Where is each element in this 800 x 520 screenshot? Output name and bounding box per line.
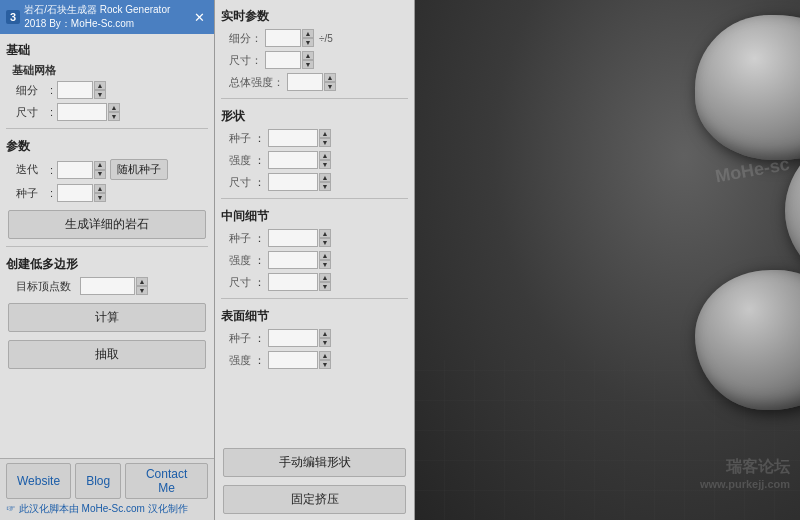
mid-str-label: 强度 [229, 253, 251, 268]
surf-seed-input[interactable]: 0.0 [268, 329, 318, 347]
mid-size-label: 尺寸 [229, 275, 251, 290]
surf-str-label: 强度 [229, 353, 251, 368]
mid-str-spinner: ▲ ▼ [319, 251, 331, 269]
shape-seed-down[interactable]: ▼ [319, 138, 331, 147]
shape-str-spinner: ▲ ▼ [319, 151, 331, 169]
subdivide-down[interactable]: ▼ [94, 90, 106, 99]
rt-size-input[interactable]: 0.0 [265, 51, 301, 69]
target-verts-row: 目标顶点数 200 ▲ ▼ [16, 277, 208, 295]
shape-seed-input[interactable]: 0.0 [268, 129, 318, 147]
shape-str-label: 强度 [229, 153, 251, 168]
iter-down[interactable]: ▼ [94, 170, 106, 179]
rt-total-strength-up[interactable]: ▲ [324, 73, 336, 82]
shape-str-down[interactable]: ▼ [319, 160, 331, 169]
shape-seed-colon: ： [254, 131, 265, 146]
section-base-title: 基础 [6, 42, 208, 59]
divider-rt3 [221, 298, 408, 299]
rt-size-row: 尺寸： 0.0 ▲ ▼ [229, 51, 408, 69]
rt-size-up[interactable]: ▲ [302, 51, 314, 60]
surf-str-input[interactable]: 50.0 [268, 351, 318, 369]
realtime-section-title: 实时参数 [221, 8, 408, 25]
shape-size-spinner: ▲ ▼ [319, 173, 331, 191]
surf-seed-up[interactable]: ▲ [319, 329, 331, 338]
mid-seed-down[interactable]: ▼ [319, 238, 331, 247]
iter-spinner: ▲ ▼ [94, 161, 106, 179]
iter-colon: : [50, 164, 53, 176]
mid-seed-row: 种子 ： 0.0 ▲ ▼ [229, 229, 408, 247]
mid-size-input[interactable]: 20.0 [268, 273, 318, 291]
mid-str-input[interactable]: 17.0 [268, 251, 318, 269]
size-input[interactable]: 50.0 [57, 103, 107, 121]
blog-button[interactable]: Blog [75, 463, 121, 499]
seed-up[interactable]: ▲ [94, 184, 106, 193]
surf-str-input-group: 50.0 ▲ ▼ [268, 351, 331, 369]
divider-rt2 [221, 198, 408, 199]
contact-button[interactable]: Contact Me [125, 463, 208, 499]
panel-title: 岩石/石块生成器 Rock Generator 2018 By：MoHe-Sc.… [24, 3, 191, 31]
rt-subdiv-spinner: ▲ ▼ [302, 29, 314, 47]
surf-str-spinner: ▲ ▼ [319, 351, 331, 369]
shape-size-input-group: 20.0 ▲ ▼ [268, 173, 331, 191]
mid-seed-up[interactable]: ▲ [319, 229, 331, 238]
size-spinner: ▲ ▼ [108, 103, 120, 121]
shape-str-colon: ： [254, 153, 265, 168]
extract-button[interactable]: 抽取 [8, 340, 206, 369]
rt-total-strength-input[interactable]: -7.0 [287, 73, 323, 91]
subdivide-label: 细分 [16, 83, 46, 98]
fix-compress-button[interactable]: 固定挤压 [223, 485, 406, 514]
left-panel: 3 岩石/石块生成器 Rock Generator 2018 By：MoHe-S… [0, 0, 215, 520]
website-button[interactable]: Website [6, 463, 71, 499]
shape-str-input[interactable]: 50.0 [268, 151, 318, 169]
size-down[interactable]: ▼ [108, 112, 120, 121]
rt-total-strength-down[interactable]: ▼ [324, 82, 336, 91]
iter-input[interactable]: 4 [57, 161, 93, 179]
mid-str-down[interactable]: ▼ [319, 260, 331, 269]
section-lowpoly-title: 创建低多边形 [6, 256, 208, 273]
mid-size-down[interactable]: ▼ [319, 282, 331, 291]
section-params-title: 参数 [6, 138, 208, 155]
shape-seed-input-group: 0.0 ▲ ▼ [268, 129, 331, 147]
surf-seed-down[interactable]: ▼ [319, 338, 331, 347]
rt-size-down[interactable]: ▼ [302, 60, 314, 69]
surf-str-up[interactable]: ▲ [319, 351, 331, 360]
rt-subdiv-input[interactable]: 4 [265, 29, 301, 47]
mid-size-up[interactable]: ▲ [319, 273, 331, 282]
footer-prefix: ☞ [6, 503, 19, 514]
calc-button[interactable]: 计算 [8, 303, 206, 332]
panel-content: 基础 基础网格 细分 : 10 ▲ ▼ 尺寸 : 50.0 ▲ ▼ [0, 34, 214, 458]
rt-subdiv-up[interactable]: ▲ [302, 29, 314, 38]
shape-size-input[interactable]: 20.0 [268, 173, 318, 191]
iter-up[interactable]: ▲ [94, 161, 106, 170]
target-verts-down[interactable]: ▼ [136, 286, 148, 295]
surf-seed-row: 种子 ： 0.0 ▲ ▼ [229, 329, 408, 347]
shape-size-down[interactable]: ▼ [319, 182, 331, 191]
shape-size-up[interactable]: ▲ [319, 173, 331, 182]
subdivide-row: 细分 : 10 ▲ ▼ [16, 81, 208, 99]
target-verts-spinner: ▲ ▼ [136, 277, 148, 295]
shape-seed-up[interactable]: ▲ [319, 129, 331, 138]
generate-button[interactable]: 生成详细的岩石 [8, 210, 206, 239]
mid-seed-input-group: 0.0 ▲ ▼ [268, 229, 331, 247]
size-up[interactable]: ▲ [108, 103, 120, 112]
random-seed-button[interactable]: 随机种子 [110, 159, 168, 180]
shape-str-up[interactable]: ▲ [319, 151, 331, 160]
seed-row: 种子 : 5 ▲ ▼ [16, 184, 208, 202]
subdivide-up[interactable]: ▲ [94, 81, 106, 90]
surf-seed-input-group: 0.0 ▲ ▼ [268, 329, 331, 347]
target-verts-up[interactable]: ▲ [136, 277, 148, 286]
seed-down[interactable]: ▼ [94, 193, 106, 202]
target-verts-input[interactable]: 200 [80, 277, 135, 295]
subdivide-input[interactable]: 10 [57, 81, 93, 99]
mid-str-up[interactable]: ▲ [319, 251, 331, 260]
rt-subdiv-down[interactable]: ▼ [302, 38, 314, 47]
seed-input[interactable]: 5 [57, 184, 93, 202]
mid-seed-input[interactable]: 0.0 [268, 229, 318, 247]
subdivide-colon: : [50, 84, 53, 96]
manual-shape-button[interactable]: 手动编辑形状 [223, 448, 406, 477]
footer-text: ☞ 此汉化脚本由 MoHe-Sc.com 汉化制作 [6, 502, 208, 516]
surf-str-down[interactable]: ▼ [319, 360, 331, 369]
mid-seed-spinner: ▲ ▼ [319, 229, 331, 247]
close-button[interactable]: ✕ [191, 11, 208, 24]
subdivide-spinner: ▲ ▼ [94, 81, 106, 99]
size-colon: : [50, 106, 53, 118]
